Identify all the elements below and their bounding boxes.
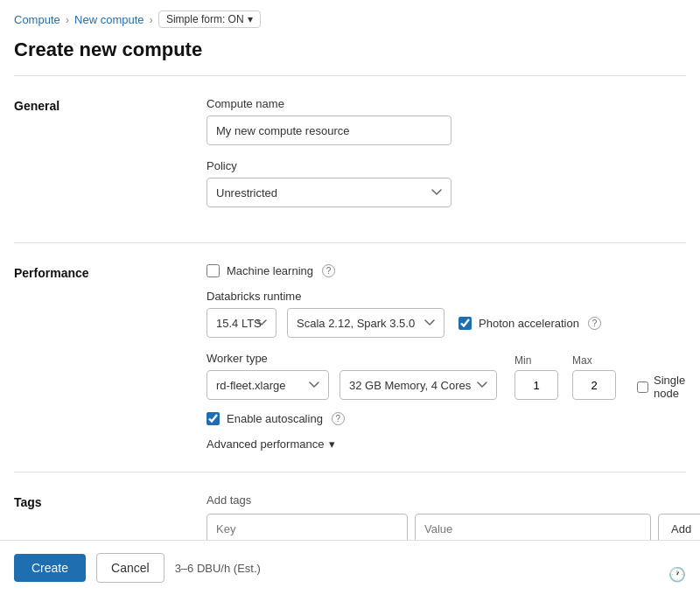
autoscaling-row: Enable autoscaling ? [206,412,686,425]
add-tags-label: Add tags [206,494,700,507]
general-section-label: General [14,97,206,221]
photon-help-icon: ? [588,317,601,330]
cancel-button[interactable]: Cancel [96,553,164,583]
machine-learning-help-icon: ? [322,264,335,277]
add-tag-button[interactable]: Add [658,514,700,543]
photon-checkbox[interactable] [458,317,472,330]
chevron-down-icon: ▾ [248,13,253,25]
worker-controls: Worker type rd-fleet.xlarge 32 GB Memory… [206,352,686,400]
breadcrumb: Compute › New compute › Simple form: ON … [0,0,700,32]
databricks-runtime-field: Databricks runtime 15.4 LTS Scala 2.12, … [206,290,686,338]
max-group: Max [572,354,616,400]
breadcrumb-sep-2: › [150,13,153,26]
tag-value-input[interactable] [415,514,651,543]
autoscaling-help-icon: ? [332,412,345,425]
photon-row: Photon acceleration ? [458,317,601,330]
photon-label[interactable]: Photon acceleration [479,317,579,330]
autoscaling-label[interactable]: Enable autoscaling [227,412,323,425]
single-node-checkbox[interactable] [637,382,648,393]
worker-row: rd-fleet.xlarge 32 GB Memory, 4 Cores [206,370,497,400]
performance-section: Performance Machine learning ? Databrick… [14,242,686,472]
general-section-content: Compute name Policy Unrestricted Single … [206,97,686,221]
footer: Create Cancel 3–6 DBU/h (Est.) 🕐 [0,540,700,595]
tags-input-row: Add [206,514,700,543]
breadcrumb-compute[interactable]: Compute [14,13,60,26]
machine-learning-label[interactable]: Machine learning [227,264,313,277]
compute-name-input[interactable] [206,116,452,145]
breadcrumb-new-compute[interactable]: New compute [74,13,144,26]
performance-section-label: Performance [14,264,206,451]
performance-section-content: Machine learning ? Databricks runtime 15… [206,264,686,451]
compute-name-label: Compute name [206,97,686,110]
create-button[interactable]: Create [14,554,86,582]
tag-key-input[interactable] [206,514,408,543]
worker-memory-select[interactable]: 32 GB Memory, 4 Cores [340,370,497,400]
machine-learning-row: Machine learning ? [206,264,686,277]
cost-estimate: 3–6 DBU/h (Est.) [175,562,261,575]
databricks-runtime-label: Databricks runtime [206,290,686,303]
max-label: Max [572,354,616,367]
page-title: Create new compute [0,32,700,75]
runtime-version-select[interactable]: 15.4 LTS [206,308,276,338]
policy-select[interactable]: Unrestricted Single User Shared [206,178,452,207]
worker-type-label: Worker type [206,352,497,365]
runtime-row: 15.4 LTS Scala 2.12, Spark 3.5.0 Photon … [206,308,686,338]
compute-name-field: Compute name [206,97,686,145]
min-group: Min [514,354,558,400]
min-max-section: Min Max Single node [514,354,686,400]
machine-learning-checkbox[interactable] [206,264,220,277]
single-node-label[interactable]: Single node [654,374,686,400]
general-section: General Compute name Policy Unrestricted… [14,75,686,242]
min-input[interactable] [514,370,558,400]
min-label: Min [514,354,558,367]
worker-type-section: Worker type rd-fleet.xlarge 32 GB Memory… [206,352,686,400]
advanced-performance-chevron-icon: ▾ [329,438,335,451]
advanced-performance-row[interactable]: Advanced performance ▾ [206,438,686,451]
worker-type-select[interactable]: rd-fleet.xlarge [206,370,329,400]
advanced-performance-label: Advanced performance [206,438,324,451]
single-node-row: Single node [637,374,686,400]
max-input[interactable] [572,370,616,400]
autoscaling-checkbox[interactable] [206,412,220,425]
policy-label: Policy [206,159,686,172]
worker-type-group: Worker type rd-fleet.xlarge 32 GB Memory… [206,352,497,400]
clock-icon: 🕐 [668,566,686,583]
simple-form-toggle[interactable]: Simple form: ON ▾ [158,10,261,28]
breadcrumb-sep-1: › [66,13,69,26]
runtime-scala-select[interactable]: Scala 2.12, Spark 3.5.0 [287,308,444,338]
policy-field: Policy Unrestricted Single User Shared [206,159,686,207]
simple-form-label: Simple form: ON [166,13,244,25]
